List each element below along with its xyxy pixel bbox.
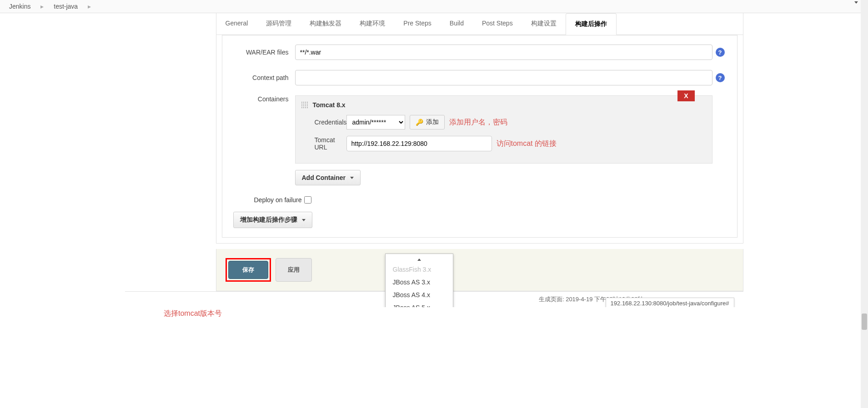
drag-grip-icon[interactable]	[301, 101, 308, 109]
war-files-label: WAR/EAR files	[231, 49, 295, 56]
containers-label: Containers	[231, 95, 295, 103]
context-path-label: Context path	[231, 74, 295, 81]
container-title: Tomcat 8.x	[301, 101, 707, 109]
config-body: WAR/EAR files ? Context path ? Container…	[222, 35, 738, 238]
help-icon[interactable]: ?	[716, 73, 725, 82]
apply-button[interactable]: 应用	[276, 258, 312, 282]
breadcrumb-sep-icon: ▸	[40, 3, 44, 10]
dropdown-item[interactable]: JBoss AS 5.x	[386, 301, 453, 307]
breadcrumb-sep-icon: ▸	[88, 3, 91, 10]
tomcat-url-input[interactable]	[346, 136, 492, 151]
remove-container-button[interactable]: X	[677, 90, 694, 101]
row-war-files: WAR/EAR files ?	[231, 45, 728, 60]
dropdown-item[interactable]: JBoss AS 3.x	[386, 276, 453, 289]
footer-buttons: 保存 应用	[216, 249, 743, 291]
tomcat-url-label: Tomcat URL	[301, 136, 346, 151]
credentials-label: Credentials	[301, 119, 346, 126]
dropdown-item[interactable]: GlassFish 3.x	[386, 263, 453, 276]
credentials-note: 添加用户名，密码	[449, 118, 507, 127]
save-button[interactable]: 保存	[228, 261, 268, 279]
caret-down-icon	[302, 219, 306, 221]
save-highlight-box: 保存	[226, 258, 271, 282]
tabs-bar: General源码管理构建触发器构建环境Pre StepsBuildPost S…	[216, 13, 743, 35]
war-files-input[interactable]	[295, 45, 712, 60]
config-panel: General源码管理构建触发器构建环境Pre StepsBuildPost S…	[216, 13, 743, 244]
container-name: Tomcat 8.x	[313, 101, 346, 109]
scroll-up-icon[interactable]	[854, 1, 858, 4]
tomcat-url-note: 访问tomcat 的链接	[497, 139, 557, 149]
row-deploy-on-failure: Deploy on failure	[231, 196, 728, 204]
dropdown-item[interactable]: JBoss AS 4.x	[386, 289, 453, 301]
row-containers: Containers X Tomcat 8.x Credentials	[231, 95, 728, 185]
container-item: Tomcat 8.x Credentials admin/****** 🔑	[301, 101, 707, 151]
breadcrumb-job[interactable]: test-java	[54, 3, 78, 10]
tab-构建设置[interactable]: 构建设置	[522, 13, 566, 35]
container-dropdown: GlassFish 3.x JBoss AS 3.xJBoss AS 4.xJB…	[385, 254, 453, 307]
caret-down-icon	[350, 177, 354, 179]
tab-Build[interactable]: Build	[441, 13, 473, 35]
dropdown-scroll-up[interactable]	[386, 254, 453, 263]
containers-box: X Tomcat 8.x Credentials admin/*****	[295, 95, 712, 164]
key-icon: 🔑	[416, 119, 423, 126]
add-credentials-button[interactable]: 🔑 添加	[410, 115, 445, 129]
add-container-button[interactable]: Add Container	[295, 170, 361, 185]
row-context-path: Context path ?	[231, 70, 728, 85]
tab-构建触发器[interactable]: 构建触发器	[301, 13, 351, 35]
tab-General[interactable]: General	[216, 13, 257, 35]
tab-构建环境[interactable]: 构建环境	[351, 13, 394, 35]
caret-up-icon	[417, 259, 421, 261]
row-credentials: Credentials admin/****** 🔑 添加	[301, 115, 707, 129]
tab-Pre Steps[interactable]: Pre Steps	[394, 13, 440, 35]
add-container-label: Add Container	[302, 174, 346, 181]
tab-Post Steps[interactable]: Post Steps	[473, 13, 522, 35]
help-icon[interactable]: ?	[716, 48, 725, 57]
row-tomcat-url: Tomcat URL 访问tomcat 的链接	[301, 136, 707, 151]
status-bar-url: 192.168.22.130:8080/job/test-java/config…	[606, 298, 734, 307]
vertical-scrollbar[interactable]	[861, 0, 868, 307]
tab-源码管理[interactable]: 源码管理	[257, 13, 301, 35]
credentials-select[interactable]: admin/******	[346, 115, 405, 129]
deploy-on-failure-checkbox[interactable]	[304, 196, 311, 204]
breadcrumb-root[interactable]: Jenkins	[9, 3, 30, 10]
tab-构建后操作[interactable]: 构建后操作	[566, 13, 617, 35]
add-post-label: 增加构建后操作步骤	[240, 216, 297, 224]
context-path-input[interactable]	[295, 70, 712, 85]
add-post-build-step-button[interactable]: 增加构建后操作步骤	[233, 212, 312, 228]
deploy-on-failure-label: Deploy on failure	[231, 196, 304, 204]
add-cred-label: 添加	[426, 118, 439, 126]
breadcrumb: Jenkins ▸ test-java ▸	[0, 0, 868, 13]
